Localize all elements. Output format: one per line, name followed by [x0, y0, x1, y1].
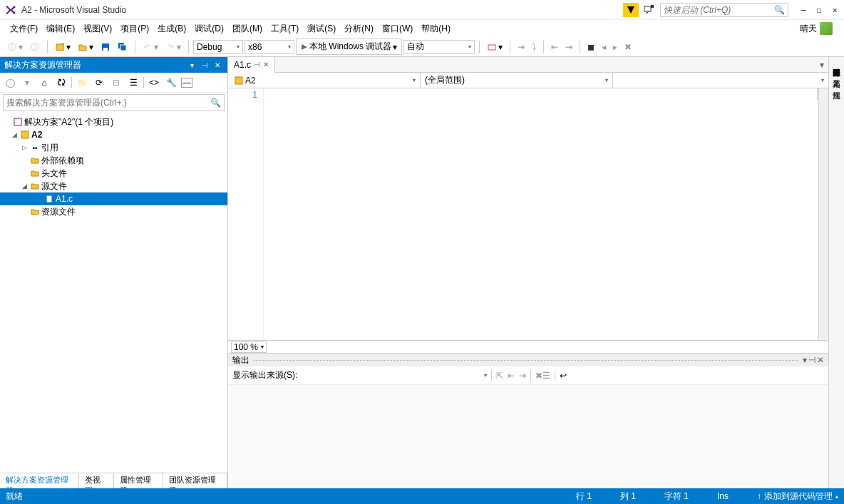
refresh-icon[interactable]: ⟳	[92, 76, 106, 90]
menu-file[interactable]: 文件(F)	[6, 21, 42, 36]
panel-dropdown-icon[interactable]: ▾	[186, 59, 197, 71]
close-tab-icon[interactable]: ✕	[263, 61, 269, 68]
references-node[interactable]: ▷▪▪引用	[0, 141, 227, 154]
output-wrap-icon[interactable]: ↩	[560, 371, 567, 381]
scm-dropdown-icon[interactable]: ▴	[835, 493, 838, 500]
indent-right-icon[interactable]: ⇥	[562, 41, 575, 53]
code-icon[interactable]: <>	[147, 76, 161, 90]
doc-tab-a1c[interactable]: A1.c ⊣ ✕	[228, 57, 275, 73]
sources-node[interactable]: ◢源文件	[0, 180, 227, 192]
open-file-button[interactable]: ▾	[75, 41, 96, 53]
menu-window[interactable]: 窗口(W)	[378, 21, 417, 36]
menu-test[interactable]: 测试(S)	[303, 21, 340, 36]
menu-help[interactable]: 帮助(H)	[417, 21, 455, 36]
solution-search[interactable]: 🔍	[3, 94, 225, 111]
menu-view[interactable]: 视图(V)	[79, 21, 116, 36]
thread-combo[interactable]: 自动	[403, 40, 475, 54]
output-pin-icon[interactable]: ⊣	[808, 355, 815, 365]
rail-properties[interactable]: 属性	[830, 83, 843, 88]
minimize-button[interactable]: —	[798, 5, 808, 15]
code-text[interactable]	[264, 88, 828, 340]
nav-member-combo[interactable]	[613, 73, 828, 88]
code-editor[interactable]: 1 ⊞	[228, 88, 828, 340]
output-prev-icon[interactable]: ⇤	[508, 371, 515, 381]
tab-property-manager[interactable]: 属性管理器	[114, 473, 163, 488]
output-body[interactable]	[228, 385, 828, 488]
step-into-icon[interactable]: ⇥	[515, 41, 528, 53]
config-combo[interactable]: Debug	[193, 40, 243, 54]
output-close-icon[interactable]: ✕	[817, 355, 824, 365]
menu-team[interactable]: 团队(M)	[228, 21, 267, 36]
platform-combo[interactable]: x86	[245, 40, 294, 54]
save-all-button[interactable]	[115, 41, 130, 53]
sync-icon[interactable]: 🗘	[54, 76, 68, 90]
quick-launch[interactable]: 🔍	[660, 3, 788, 17]
menu-tools[interactable]: 工具(T)	[267, 21, 303, 36]
preview-icon[interactable]: —	[181, 78, 192, 88]
tab-team-explorer[interactable]: 团队资源管理器	[163, 473, 227, 488]
forward-icon[interactable]: ▾	[20, 76, 34, 90]
pin-icon[interactable]: ⊣	[254, 61, 260, 68]
tab-class-view[interactable]: 类视图	[79, 473, 113, 488]
process-button[interactable]: ▾	[484, 41, 505, 53]
back-icon[interactable]: ◯	[3, 76, 17, 90]
nav-forward-button[interactable]	[27, 41, 43, 53]
notification-flag-icon[interactable]	[623, 3, 639, 17]
rail-server-explorer[interactable]: 服务器资源管理器	[830, 60, 843, 66]
output-dropdown-icon[interactable]: ▾	[803, 355, 807, 365]
menu-project[interactable]: 项目(P)	[116, 21, 153, 36]
tab-solution-explorer[interactable]: 解决方案资源管理器	[0, 473, 79, 488]
zoom-combo[interactable]: 100 %▾	[231, 341, 267, 353]
collapse-icon[interactable]: ⊟	[109, 76, 123, 90]
output-clear-icon[interactable]: ✖☰	[535, 371, 550, 381]
nav-project-combo[interactable]: A2	[228, 73, 421, 88]
file-a1c[interactable]: A1.c	[0, 192, 227, 205]
solution-search-input[interactable]	[6, 98, 210, 108]
solution-node[interactable]: 解决方案"A2"(1 个项目)	[0, 115, 227, 128]
show-all-icon[interactable]: ☰	[126, 76, 140, 90]
prev-bookmark-icon[interactable]: ◂	[599, 41, 609, 53]
menu-analyze[interactable]: 分析(N)	[340, 21, 378, 36]
folder-icon	[30, 168, 40, 178]
project-node[interactable]: ◢A2	[0, 128, 227, 141]
nav-scope-combo[interactable]: (全局范围)	[421, 73, 613, 88]
vertical-scrollbar[interactable]	[818, 88, 828, 340]
folder-icon	[30, 207, 40, 217]
output-goto-icon[interactable]: ⇱	[496, 371, 503, 381]
nav-back-button[interactable]: ▾	[4, 41, 26, 53]
project-icon	[20, 130, 30, 140]
properties-icon[interactable]: 🔧	[164, 76, 178, 90]
menu-edit[interactable]: 编辑(E)	[42, 21, 79, 36]
headers-node[interactable]: 头文件	[0, 167, 227, 180]
home-icon[interactable]: ⌂	[37, 76, 51, 90]
editor-area: A1.c ⊣ ✕ ▾ A2 (全局范围) 1 ⊞ 100 %▾ 输出 ▾	[228, 57, 828, 488]
output-next-icon[interactable]: ⇥	[519, 371, 526, 381]
panel-close-icon[interactable]: ✕	[212, 59, 223, 71]
feedback-icon[interactable]	[642, 3, 656, 17]
menu-build[interactable]: 生成(B)	[153, 21, 190, 36]
menu-debug[interactable]: 调试(D)	[190, 21, 228, 36]
bookmark-icon[interactable]: ◼	[585, 41, 597, 53]
external-deps-node[interactable]: 外部依赖项	[0, 154, 227, 167]
indent-left-icon[interactable]: ⇤	[548, 41, 561, 53]
next-bookmark-icon[interactable]: ▸	[610, 41, 620, 53]
tabs-overflow-icon[interactable]: ▾	[815, 60, 828, 70]
maximize-button[interactable]: ☐	[814, 5, 824, 15]
clear-bookmark-icon[interactable]: ✖	[622, 41, 634, 53]
undo-button[interactable]: ▾	[140, 41, 161, 53]
quick-launch-input[interactable]	[664, 5, 774, 15]
status-scm[interactable]: 添加到源代码管理	[764, 490, 833, 503]
folder-icon[interactable]: 📁	[75, 76, 89, 90]
step-over-icon[interactable]: ⤵	[529, 41, 539, 53]
close-button[interactable]: ✕	[830, 5, 840, 15]
solution-tree[interactable]: 解决方案"A2"(1 个项目) ◢A2 ▷▪▪引用 外部依赖项 头文件 ◢源文件…	[0, 113, 227, 473]
resources-node[interactable]: 资源文件	[0, 205, 227, 218]
new-project-button[interactable]: ▾	[52, 41, 73, 53]
publish-icon[interactable]: ↑	[757, 491, 761, 501]
panel-pin-icon[interactable]: ⊣	[199, 59, 210, 71]
save-button[interactable]	[98, 41, 113, 53]
output-source-combo[interactable]	[302, 372, 487, 379]
start-debug-button[interactable]: 本地 Windows 调试器 ▾	[296, 38, 402, 55]
rail-toolbox[interactable]: 工具箱	[830, 71, 843, 77]
redo-button[interactable]: ▾	[163, 41, 184, 53]
